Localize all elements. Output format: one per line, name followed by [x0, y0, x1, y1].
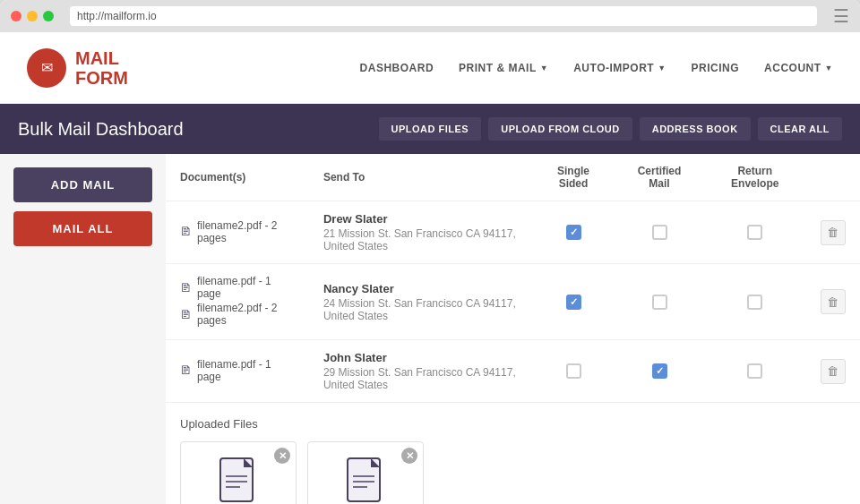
doc-icon: 🖹	[180, 308, 192, 321]
col-header-single-sided: Single Sided	[532, 154, 615, 201]
page-title: Bulk Mail Dashboard	[18, 119, 184, 140]
row-delete: 🗑	[806, 201, 860, 264]
nav-pricing[interactable]: PRICING	[692, 62, 740, 74]
single-sided-checkbox[interactable]	[566, 295, 581, 310]
window-controls	[11, 11, 54, 21]
certified-mail-checkbox[interactable]	[652, 225, 667, 240]
certified-mail-checkbox[interactable]	[652, 363, 667, 379]
dashboard-actions: UPLOAD FILES UPLOAD FROM CLOUD ADDRESS B…	[379, 117, 842, 141]
sidebar: ADD MAIL MAIL ALL	[0, 154, 166, 504]
add-mail-button[interactable]: ADD MAIL	[13, 167, 152, 202]
logo-area: ✉ MAIL FORM	[27, 48, 128, 88]
row-documents: 🖹 filename.pdf - 1 page	[166, 340, 309, 403]
return-envelope-checkbox[interactable]	[747, 225, 762, 240]
upload-from-cloud-button[interactable]: UPLOAD FROM CLOUD	[488, 117, 632, 141]
browser-window: ☰ ✉ MAIL FORM DASHBOARD PRINT & MAIL ▼ A…	[0, 0, 860, 504]
maximize-dot[interactable]	[43, 11, 54, 21]
close-dot[interactable]	[11, 11, 22, 21]
row-recipient: Nancy Slater 24 Mission St. San Francisc…	[309, 264, 532, 340]
nav-account[interactable]: ACCOUNT ▼	[764, 62, 833, 74]
minimize-dot[interactable]	[27, 11, 38, 21]
table-row: 🖹 filename.pdf - 1 page John Slater 29 M…	[166, 340, 860, 403]
table-area: Document(s) Send To Single Sided Certifi…	[166, 154, 860, 402]
row-single-sided	[532, 201, 615, 264]
file-icon	[346, 457, 385, 504]
nav-print-mail[interactable]: PRINT & MAIL ▼	[459, 62, 548, 74]
certified-mail-checkbox[interactable]	[652, 295, 667, 310]
address-book-button[interactable]: ADDRESS BOOK	[640, 117, 751, 141]
top-nav: ✉ MAIL FORM DASHBOARD PRINT & MAIL ▼ AUT…	[0, 32, 860, 104]
row-single-sided	[532, 264, 615, 340]
right-panel: Document(s) Send To Single Sided Certifi…	[166, 154, 860, 504]
row-single-sided	[532, 340, 615, 403]
row-recipient: John Slater 29 Mission St. San Francisco…	[309, 340, 532, 403]
url-bar[interactable]	[70, 6, 817, 26]
row-delete: 🗑	[806, 264, 860, 340]
remove-file-button[interactable]: ✕	[274, 448, 290, 464]
dashboard-header: Bulk Mail Dashboard UPLOAD FILES UPLOAD …	[0, 104, 860, 154]
delete-button[interactable]: 🗑	[821, 289, 846, 314]
browser-chrome: ☰	[0, 0, 860, 32]
remove-file-button[interactable]: ✕	[401, 448, 417, 464]
row-certified-mail	[615, 264, 703, 340]
browser-menu-icon[interactable]: ☰	[833, 7, 849, 25]
file-cards: ✕ filename.pdf	[180, 441, 846, 504]
main-content: ADD MAIL MAIL ALL Document(s) Send To Si…	[0, 154, 860, 504]
row-return-envelope	[704, 340, 806, 403]
table-row: 🖹 filename2.pdf - 2 pages Drew Slater 21…	[166, 201, 860, 264]
row-return-envelope	[704, 201, 806, 264]
svg-text:✉: ✉	[41, 60, 53, 75]
clear-all-button[interactable]: CLEAR ALL	[758, 117, 842, 141]
col-header-certified-mail: Certified Mail	[615, 154, 703, 201]
nav-links: DASHBOARD PRINT & MAIL ▼ AUTO-IMPORT ▼ P…	[360, 62, 833, 74]
doc-icon: 🖹	[180, 225, 192, 238]
mail-all-button[interactable]: MAIL ALL	[13, 211, 152, 246]
row-documents: 🖹 filename2.pdf - 2 pages	[166, 201, 309, 264]
table-row: 🖹 filename.pdf - 1 page 🖹 filename2.pdf …	[166, 264, 860, 340]
row-documents: 🖹 filename.pdf - 1 page 🖹 filename2.pdf …	[166, 264, 309, 340]
mail-table: Document(s) Send To Single Sided Certifi…	[166, 154, 860, 402]
return-envelope-checkbox[interactable]	[747, 363, 762, 379]
file-card: ✕ filename2.pdf	[307, 441, 424, 504]
nav-dashboard[interactable]: DASHBOARD	[360, 62, 434, 74]
col-header-documents: Document(s)	[166, 154, 309, 201]
col-header-return-envelope: Return Envelope	[704, 154, 806, 201]
doc-icon: 🖹	[180, 281, 192, 295]
row-certified-mail	[615, 340, 703, 403]
row-recipient: Drew Slater 21 Mission St. San Francisco…	[309, 201, 532, 264]
logo-text: MAIL FORM	[75, 48, 128, 88]
doc-icon: 🖹	[180, 363, 192, 377]
uploaded-files-title: Uploaded Files	[180, 417, 846, 431]
upload-files-button[interactable]: UPLOAD FILES	[379, 117, 482, 141]
row-certified-mail	[615, 201, 703, 264]
file-icon	[219, 457, 258, 504]
delete-button[interactable]: 🗑	[821, 220, 846, 245]
col-header-send-to: Send To	[309, 154, 532, 201]
single-sided-checkbox[interactable]	[566, 225, 581, 240]
col-header-actions	[806, 154, 860, 201]
row-return-envelope	[704, 264, 806, 340]
delete-button[interactable]: 🗑	[821, 359, 846, 384]
return-envelope-checkbox[interactable]	[747, 295, 762, 310]
file-card: ✕ filename.pdf	[180, 441, 297, 504]
uploaded-files-section: Uploaded Files ✕	[166, 402, 860, 504]
single-sided-checkbox[interactable]	[566, 363, 581, 379]
row-delete: 🗑	[806, 340, 860, 403]
logo-icon: ✉	[27, 48, 66, 88]
nav-auto-import[interactable]: AUTO-IMPORT ▼	[573, 62, 666, 74]
